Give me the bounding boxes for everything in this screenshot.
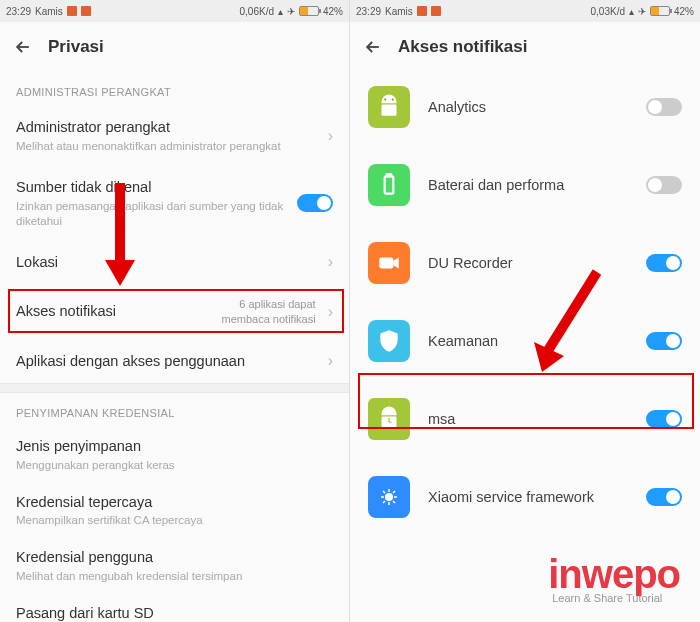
msa-icon <box>368 398 410 440</box>
toggle-unknown-sources[interactable] <box>297 194 333 212</box>
status-time: 23:29 <box>6 6 31 17</box>
app-row-msa[interactable]: msa <box>350 384 700 454</box>
row-title: Administrator perangkat <box>16 118 320 137</box>
row-title: Jenis penyimpanan <box>16 437 333 456</box>
toggle-security[interactable] <box>646 332 682 350</box>
app-row-security[interactable]: Keamanan <box>350 306 700 376</box>
app-label: Keamanan <box>428 333 646 349</box>
row-sub: Melihat dan mengubah kredensial tersimpa… <box>16 569 333 584</box>
app-row-xiaomi[interactable]: Xiaomi service framework <box>350 462 700 532</box>
row-usage-access[interactable]: Aplikasi dengan akses penggunaan › <box>0 340 349 383</box>
battery-icon <box>650 6 670 16</box>
row-sub: Izinkan pemasangan aplikasi dari sumber … <box>16 199 297 229</box>
svg-point-8 <box>385 493 393 501</box>
chevron-right-icon: › <box>328 303 333 321</box>
battery-perf-icon <box>368 164 410 206</box>
row-location[interactable]: Lokasi › <box>0 241 349 284</box>
back-button[interactable] <box>12 36 34 58</box>
section-credential: PENYIMPANAN KREDENSIAL <box>0 393 349 427</box>
battery-pct: 42% <box>323 6 343 17</box>
status-icon-app2 <box>431 6 441 16</box>
row-title: Lokasi <box>16 253 320 272</box>
row-user-cred[interactable]: Kredensial pengguna Melihat dan mengubah… <box>0 538 349 594</box>
recorder-icon <box>368 242 410 284</box>
app-row-battery[interactable]: Baterai dan performa <box>350 150 700 220</box>
header-right: Akses notifikasi <box>350 22 700 72</box>
airplane-icon: ✈ <box>287 6 295 17</box>
app-label: Xiaomi service framework <box>428 489 646 505</box>
toggle-battery[interactable] <box>646 176 682 194</box>
app-label: DU Recorder <box>428 255 646 271</box>
row-title: Aplikasi dengan akses penggunaan <box>16 352 320 371</box>
status-icon-app1 <box>67 6 77 16</box>
app-label: Baterai dan performa <box>428 177 646 193</box>
wifi-icon: ▴ <box>278 6 283 17</box>
toggle-durecorder[interactable] <box>646 254 682 272</box>
row-unknown-sources[interactable]: Sumber tidak dikenal Izinkan pemasangan … <box>0 166 349 241</box>
xiaomi-icon <box>368 476 410 518</box>
page-title: Akses notifikasi <box>398 37 527 57</box>
android-icon <box>368 86 410 128</box>
row-sub: Menampilkan sertifikat CA tepercaya <box>16 513 333 528</box>
svg-point-2 <box>392 98 394 100</box>
row-title: Kredensial pengguna <box>16 548 333 567</box>
chevron-right-icon: › <box>328 253 333 271</box>
row-title: Akses notifikasi <box>16 302 222 321</box>
status-icon-app1 <box>417 6 427 16</box>
shield-icon <box>368 320 410 362</box>
battery-icon <box>299 6 319 16</box>
chevron-right-icon: › <box>328 127 333 145</box>
status-speed: 0,06K/d <box>240 6 274 17</box>
status-day: Kamis <box>385 6 413 17</box>
watermark-sub: Learn & Share Tutorial <box>552 592 680 604</box>
app-row-durecorder[interactable]: DU Recorder <box>350 228 700 298</box>
svg-rect-4 <box>387 174 391 176</box>
status-time: 23:29 <box>356 6 381 17</box>
back-button[interactable] <box>362 36 384 58</box>
row-right-text: 6 aplikasi dapat membaca notifikasi <box>222 297 316 326</box>
screen-right: 23:29 Kamis 0,03K/d ▴ ✈ 42% Akses notifi… <box>350 0 700 622</box>
status-speed: 0,03K/d <box>591 6 625 17</box>
toggle-msa[interactable] <box>646 410 682 428</box>
page-title: Privasi <box>48 37 104 57</box>
wifi-icon: ▴ <box>629 6 634 17</box>
status-bar: 23:29 Kamis 0,06K/d ▴ ✈ 42% <box>0 0 349 22</box>
chevron-right-icon: › <box>328 352 333 370</box>
svg-point-1 <box>384 98 386 100</box>
row-title: Sumber tidak dikenal <box>16 178 297 197</box>
row-sub: Melihat atau menonaktifkan administrator… <box>16 139 320 154</box>
row-storage-type[interactable]: Jenis penyimpanan Menggunakan perangkat … <box>0 427 349 483</box>
row-title: Kredensial tepercaya <box>16 493 333 512</box>
svg-rect-3 <box>385 176 394 193</box>
section-admin: ADMINISTRASI PERANGKAT <box>0 72 349 106</box>
svg-rect-0 <box>382 105 397 116</box>
toggle-analytics[interactable] <box>646 98 682 116</box>
svg-rect-5 <box>379 258 393 269</box>
airplane-icon: ✈ <box>638 6 646 17</box>
header-left: Privasi <box>0 22 349 72</box>
battery-pct: 42% <box>674 6 694 17</box>
app-label: Analytics <box>428 99 646 115</box>
row-sub: Menggunakan perangkat keras <box>16 458 333 473</box>
toggle-xiaomi[interactable] <box>646 488 682 506</box>
status-day: Kamis <box>35 6 63 17</box>
row-install-sd[interactable]: Pasang dari kartu SD Pasang sertifikat d… <box>0 594 349 622</box>
status-icon-app2 <box>81 6 91 16</box>
status-bar: 23:29 Kamis 0,03K/d ▴ ✈ 42% <box>350 0 700 22</box>
row-trusted-cred[interactable]: Kredensial tepercaya Menampilkan sertifi… <box>0 483 349 539</box>
watermark: inwepo Learn & Share Tutorial <box>548 554 680 604</box>
divider <box>0 383 349 393</box>
row-admin-perangkat[interactable]: Administrator perangkat Melihat atau men… <box>0 106 349 166</box>
screen-left: 23:29 Kamis 0,06K/d ▴ ✈ 42% Privasi ADMI… <box>0 0 350 622</box>
app-label: msa <box>428 411 646 427</box>
row-notification-access[interactable]: Akses notifikasi 6 aplikasi dapat membac… <box>0 283 349 340</box>
app-row-analytics[interactable]: Analytics <box>350 72 700 142</box>
row-title: Pasang dari kartu SD <box>16 604 333 622</box>
watermark-brand: inwepo <box>548 554 680 594</box>
